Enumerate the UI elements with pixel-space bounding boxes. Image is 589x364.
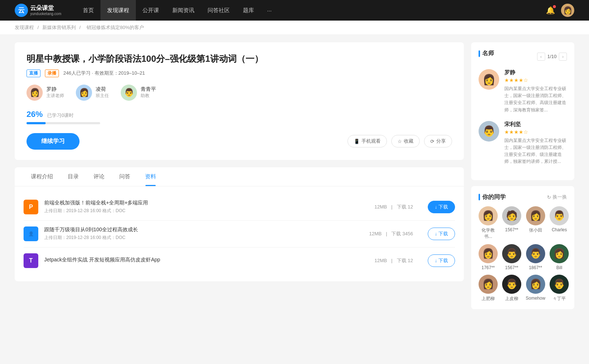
classmate-name-2: 张小田 xyxy=(529,227,542,233)
resource-info-1: 前端全栈加强版！前端全栈+全周期+多端应用 上传日期：2019-12-28 16… xyxy=(44,200,360,214)
tab-qa[interactable]: 问答 xyxy=(112,167,138,186)
classmate-avatar-11: 👨 xyxy=(550,275,569,294)
classmate-name-7: Bill xyxy=(556,265,562,270)
classmate-avatar-10: 👩 xyxy=(526,275,545,294)
bell-icon[interactable]: 🔔 xyxy=(546,6,555,15)
classmate-name-3: Charles xyxy=(552,227,567,232)
instructor-role-2: 班主任 xyxy=(96,93,109,99)
instructor-info-2: 凌荷 班主任 xyxy=(96,86,109,99)
classmate-avatar-9: 👨 xyxy=(502,275,521,294)
breadcrumb-current: 销冠修炼术搞定80%的客户 xyxy=(87,25,144,30)
phone-view-button[interactable]: 📱 手机观看 xyxy=(348,135,387,147)
nav-home[interactable]: 首页 xyxy=(76,0,100,21)
progress-bar-fill xyxy=(27,122,46,124)
logo-icon: 云 xyxy=(15,4,28,17)
instructor-info-3: 青青平 助教 xyxy=(141,86,156,99)
breadcrumb-sep-1: / xyxy=(38,25,40,30)
prev-teacher-btn[interactable]: ‹ xyxy=(537,53,545,61)
teacher-item-1: 👩 罗静 ★★★★☆ 国内某重点大学安全工程专业硕士，国家一级注册消防工程师、注… xyxy=(479,69,567,114)
content-area: 明星中教授课，小学阶段语法100分–强化级第1讲动词（一） 直播 录播 246人… xyxy=(15,42,464,315)
next-teacher-btn[interactable]: › xyxy=(559,53,567,61)
resource-item-2: 👤 跟随千万级项目从0到100全过程高效成长 上传日期：2019-12-28 1… xyxy=(24,221,455,247)
classmate-avatar-8: 👩 xyxy=(479,275,498,294)
tabs-card: 课程介绍 目录 评论 问答 资料 P 前端全栈加强版！前端全栈+全周期+多端应用… xyxy=(15,167,464,281)
share-label: 分享 xyxy=(436,138,446,144)
resource-item-3: T Jetpack全组件实战 开发短视频应用高仿皮皮虾App 12MB | 下载… xyxy=(24,247,455,274)
classmate-item-4: 👩 1767** xyxy=(479,244,498,270)
resource-size-3: 12MB xyxy=(374,258,387,263)
classmate-item-1: 🧑 1567** xyxy=(502,206,521,240)
teachers-card-header: 名师 ‹ 1/10 › xyxy=(479,50,567,63)
resource-date-1: 上传日期：2019-12-28 16:00 格式：DOC xyxy=(44,208,360,214)
navbar: 云 云朵课堂 yunduoketang.com 首页 发现课程 公开课 新闻资讯… xyxy=(0,0,589,21)
progress-bar-bg xyxy=(27,122,100,124)
teachers-title: 名师 xyxy=(479,50,494,57)
sidebar: 名师 ‹ 1/10 › 👩 罗静 ★★★★☆ 国内某重点大学安全工程专业硕士，国… xyxy=(471,42,574,315)
logo[interactable]: 云 云朵课堂 yunduoketang.com xyxy=(15,4,61,17)
download-button-3[interactable]: ↓ 下载 xyxy=(428,254,455,267)
nav-more[interactable]: ··· xyxy=(261,0,279,21)
classmates-card: 你的同学 ↻ 换一换 👩 化学教书... 🧑 1567** 👩 张小田 xyxy=(471,186,574,309)
resource-stats-2: 12MB | 下载 3456 xyxy=(368,231,415,237)
user-avatar-nav[interactable]: 👩 xyxy=(561,4,574,17)
star-icon: ☆ xyxy=(398,139,402,144)
classmate-item-11: 👨 々丁平 xyxy=(550,275,569,302)
classmate-item-7: 👩 Bill xyxy=(550,244,569,270)
teacher-avatar-2: 👨 xyxy=(479,121,499,142)
classmate-item-5: 👨 1567** xyxy=(502,244,521,270)
breadcrumb-link-1[interactable]: 发现课程 xyxy=(15,25,34,30)
classmate-name-11: 々丁平 xyxy=(553,296,566,302)
classmate-name-5: 1567** xyxy=(505,265,518,270)
pagination-ctrl: ‹ 1/10 › xyxy=(537,53,567,61)
classmate-name-4: 1767** xyxy=(482,265,495,270)
continue-button[interactable]: 继续学习 xyxy=(27,133,80,150)
share-button[interactable]: ⟳ 分享 xyxy=(424,135,452,147)
favorite-button[interactable]: ☆ 收藏 xyxy=(391,135,420,147)
download-button-2[interactable]: ↓ 下载 xyxy=(428,228,455,240)
teacher-info-2: 宋利坚 ★★★★☆ 国内某重点大学安全工程专业硕士，国家一级注册消防工程师、注册… xyxy=(504,121,567,165)
resource-downloads-1: 下载 12 xyxy=(397,204,413,210)
teacher-stars-1: ★★★★☆ xyxy=(504,77,567,83)
course-meta-text: 246人已学习 · 有效期至：2019–10–21 xyxy=(63,70,145,76)
favorite-label: 收藏 xyxy=(404,138,413,144)
classmate-name-6: 1867** xyxy=(529,265,542,270)
classmate-avatar-1: 🧑 xyxy=(502,206,521,225)
classmate-avatar-0: 👩 xyxy=(479,206,498,225)
breadcrumb-sep-2: / xyxy=(79,25,82,30)
classmate-avatar-6: 👨 xyxy=(526,244,545,263)
nav-open[interactable]: 公开课 xyxy=(136,0,166,21)
tab-resources[interactable]: 资料 xyxy=(138,167,163,186)
classmate-item-0: 👩 化学教书... xyxy=(479,206,498,240)
nav-news[interactable]: 新闻资讯 xyxy=(166,0,201,21)
resource-sep-1: | xyxy=(391,204,394,210)
tab-review[interactable]: 评论 xyxy=(86,167,112,186)
badge-live: 直播 xyxy=(27,69,40,77)
resource-size-2: 12MB xyxy=(369,231,382,236)
classmate-item-10: 👩 Somehow xyxy=(526,275,545,302)
resource-info-2: 跟随千万级项目从0到100全过程高效成长 上传日期：2019-12-28 16:… xyxy=(44,226,355,241)
phone-view-label: 手机观看 xyxy=(361,138,381,144)
resource-sep-3: | xyxy=(391,258,394,263)
teacher-desc-2: 国内某重点大学安全工程专业硕士，国家一级注册消防工程师、注册安全工程师、级注册建… xyxy=(504,137,567,165)
resource-size-1: 12MB xyxy=(374,204,387,210)
resource-date-2: 上传日期：2019-12-28 16:00 格式：DOC xyxy=(44,235,355,241)
refresh-classmates-btn[interactable]: ↻ 换一换 xyxy=(547,194,567,200)
teacher-info-1: 罗静 ★★★★☆ 国内某重点大学安全工程专业硕士，国家一级注册消防工程师、注册安… xyxy=(504,69,567,114)
classmate-name-8: 上肥柳 xyxy=(482,296,495,302)
classmate-name-9: 上皮柳 xyxy=(505,296,518,302)
nav-qa[interactable]: 问答社区 xyxy=(201,0,236,21)
tab-intro[interactable]: 课程介绍 xyxy=(24,167,60,186)
resource-name-1: 前端全栈加强版！前端全栈+全周期+多端应用 xyxy=(44,200,360,206)
instructor-role-1: 主讲老师 xyxy=(46,93,64,99)
badge-record: 录播 xyxy=(45,69,59,77)
teacher-avatar-1: 👩 xyxy=(479,69,499,90)
tab-toc[interactable]: 目录 xyxy=(60,167,86,186)
nav-discover[interactable]: 发现课程 xyxy=(100,0,136,21)
download-button-1[interactable]: ↓ 下载 xyxy=(428,201,455,213)
classmate-avatar-2: 👩 xyxy=(526,206,545,225)
refresh-label: 换一换 xyxy=(553,194,567,200)
nav-quiz[interactable]: 题库 xyxy=(236,0,261,21)
resource-name-3: Jetpack全组件实战 开发短视频应用高仿皮皮虾App xyxy=(44,257,360,263)
breadcrumb-link-2[interactable]: 新媒体营销系列 xyxy=(42,25,76,30)
main-layout: 明星中教授课，小学阶段语法100分–强化级第1讲动词（一） 直播 录播 246人… xyxy=(0,35,589,322)
